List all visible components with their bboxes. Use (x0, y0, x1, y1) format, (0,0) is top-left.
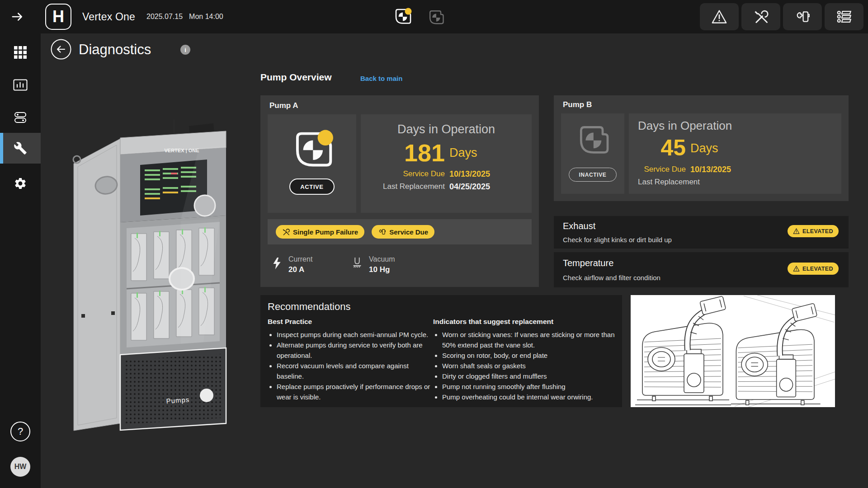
pump-b-status-icon[interactable] (426, 7, 446, 27)
gear-icon (14, 177, 27, 190)
info-icon[interactable]: i (180, 45, 190, 55)
machine-pumps-label: Pumps (166, 395, 190, 405)
list-item: Pump not running smoothly after flushing (442, 381, 615, 392)
service-wrench-icon (378, 228, 386, 236)
indicators-list: Worn or sticking vanes: If vanes are sti… (433, 329, 615, 402)
honeywell-logo[interactable]: H (45, 4, 71, 30)
logo-letter: H (52, 7, 64, 26)
header-actions (700, 3, 863, 30)
page-title: Diagnostics (79, 42, 151, 58)
pump-a-days-tile: Days in Operation 181 Days Service Due 1… (361, 114, 532, 213)
info-glyph: i (184, 47, 186, 53)
date-text: 2025.07.15 (146, 13, 183, 21)
time-text: Mon 14:00 (189, 13, 223, 21)
warning-triangle-icon (793, 228, 800, 235)
checklist-button[interactable] (825, 3, 863, 30)
vacuum-label: Vacuum (369, 254, 395, 264)
pump-b-days-unit: Days (690, 135, 828, 163)
pump-b-days-tile: Days in Operation 45 Days Service Due 10… (629, 113, 841, 194)
best-practice-heading: Best Practice (268, 318, 430, 326)
indicators-heading: Indicators that suggest replacement (433, 318, 615, 326)
temperature-title: Temperature (563, 258, 613, 268)
top-bar: H Vertex One 2025.07.15 Mon 14:00 (0, 0, 868, 33)
temperature-description: Check airflow and filter condition (563, 274, 660, 282)
exhaust-description: Check for slight kinks or dirt build up (563, 236, 672, 244)
pump-b-last-replacement-value (690, 176, 828, 188)
back-to-main-link[interactable]: Back to main (360, 75, 402, 82)
app-title: Vertex One (82, 0, 135, 33)
recommendations-title: Recommendations (268, 301, 350, 313)
pump-a-status-text: ACTIVE (300, 183, 323, 190)
pump-b-days-value: 45 (638, 135, 686, 163)
pump-b-service-due-value: 10/13/2025 (690, 163, 828, 176)
indicators-column: Indicators that suggest replacement Worn… (433, 318, 615, 402)
machine-brand-label: VERTEX | ONE (164, 148, 199, 153)
exhaust-title: Exhaust (563, 221, 595, 231)
list-item: Scoring on rotor, body, or end plate (442, 350, 615, 361)
list-item: Worn or sticking vanes: If vanes are sti… (442, 329, 615, 350)
list-item: Dirty or clogged filters and mufflers (442, 371, 615, 381)
current-metric: Current 20 A (271, 254, 352, 275)
temperature-card: Temperature Check airflow and filter con… (554, 252, 849, 287)
elevated-text: ELEVATED (802, 266, 833, 272)
warning-triangle-icon (793, 265, 800, 272)
pump-b-last-replacement-label: Last Replacement (638, 176, 686, 188)
pump-b-name: Pump B (563, 100, 592, 109)
active-indicator-bar (0, 133, 3, 164)
list-item: Inspect pumps during each semi-annual PM… (277, 329, 430, 340)
service-wrench-icon (794, 9, 811, 25)
crossed-tools-icon (282, 228, 290, 236)
pump-b-status-pill: INACTIVE (569, 168, 617, 182)
pump-b-icon-tile: INACTIVE (561, 113, 624, 194)
pump-a-days-value: 181 (373, 140, 445, 168)
pump-a-last-replacement-label: Last Replacement (373, 180, 445, 193)
exhaust-elevated-badge: ELEVATED (788, 225, 839, 237)
warning-triangle-icon (711, 9, 727, 25)
help-button[interactable]: ? (10, 422, 30, 441)
current-value: 20 A (288, 264, 312, 275)
pump-a-icon-tile: ACTIVE (268, 114, 356, 213)
help-glyph: ? (18, 426, 23, 437)
expand-nav-arrow-icon[interactable] (11, 10, 24, 23)
pump-a-days-unit: Days (449, 140, 522, 168)
sidebar-item-apps[interactable] (0, 40, 41, 65)
best-practice-column: Best Practice Inspect pumps during each … (268, 318, 430, 402)
days-in-operation-label: Days in Operation (638, 119, 732, 133)
alerts-button[interactable] (700, 3, 739, 30)
pump-a-status-pill: ACTIVE (289, 178, 335, 195)
crossed-tools-icon (753, 9, 769, 24)
badge-label: Service Due (389, 228, 428, 236)
best-practice-list: Inspect pumps during each semi-annual PM… (268, 329, 430, 402)
tools-button[interactable] (741, 3, 780, 30)
wrench-icon (14, 141, 27, 155)
list-item: Worn shaft seals or gaskets (442, 361, 615, 371)
sidebar: ? HW (0, 33, 41, 488)
lightning-icon (271, 257, 282, 270)
apps-grid-icon (14, 46, 27, 59)
back-button[interactable] (51, 39, 71, 60)
vacuum-metric: Vacuum 10 Hg (352, 254, 395, 275)
days-in-operation-label: Days in Operation (361, 122, 532, 136)
vacuum-gauge-icon (352, 256, 363, 269)
elevated-text: ELEVATED (802, 228, 833, 235)
temperature-elevated-badge: ELEVATED (788, 263, 839, 275)
service-due-badge[interactable]: Service Due (372, 225, 434, 239)
pump-a-status-icon[interactable] (392, 5, 413, 27)
pump-a-card: Pump A ACTIVE Days in Operation 181 Days… (260, 95, 539, 287)
sidebar-item-diagnostics[interactable] (0, 133, 41, 164)
user-avatar[interactable]: HW (10, 457, 30, 477)
pump-a-icon (285, 124, 339, 174)
recommendations-card: Recommendations Best Practice Inspect pu… (260, 295, 622, 407)
sidebar-item-analytics[interactable] (0, 72, 41, 98)
list-item: Alternate pumps during service to verify… (277, 340, 430, 361)
pumps-technical-drawing (631, 295, 835, 407)
single-pump-failure-badge[interactable]: Single Pump Failure (276, 225, 364, 239)
checklist-icon (836, 9, 852, 25)
list-item: Replace pumps proactively if performance… (277, 381, 430, 402)
sidebar-item-controls[interactable] (0, 105, 41, 130)
service-button[interactable] (783, 3, 822, 30)
pump-a-badge-strip: Single Pump Failure Service Due (268, 219, 532, 244)
sidebar-item-settings[interactable] (0, 171, 41, 196)
list-item: Pump overheating could be internal wear … (442, 392, 615, 402)
section-title: Pump Overview (260, 72, 332, 83)
